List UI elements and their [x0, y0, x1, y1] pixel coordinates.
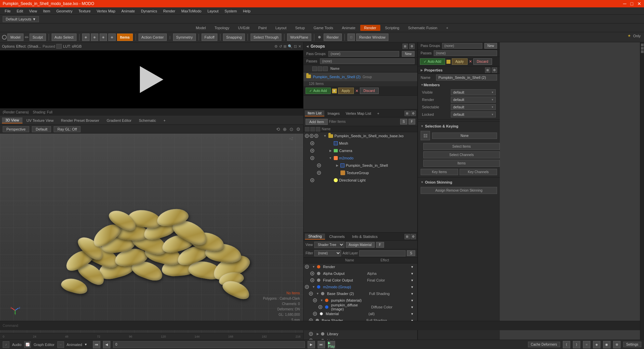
select-items-btn[interactable]: Select Items [423, 143, 500, 150]
tree-row-texture[interactable]: TextureGroup [304, 169, 417, 177]
perspective-btn[interactable]: Perspective [3, 126, 29, 132]
tab-plus[interactable]: + [442, 25, 452, 31]
discard-btn[interactable]: Discard [360, 88, 379, 94]
snapping-btn[interactable]: Snapping [223, 34, 245, 41]
shader-row-render[interactable]: ▼ Render ▾ [304, 263, 417, 270]
layout-selector[interactable]: Default Layouts ▼ [3, 16, 39, 22]
render-btn[interactable]: Render [324, 34, 342, 41]
viewport-tab-plus[interactable]: + [160, 118, 169, 123]
3d-viewport[interactable]: No Items Polygons : Catmull-Clark Channe… [0, 134, 303, 333]
tab-paint[interactable]: Paint [254, 25, 271, 31]
video-canvas[interactable] [0, 50, 303, 108]
name-input[interactable] [436, 74, 497, 81]
shader-row-material[interactable]: Material (all) ▾ [304, 310, 417, 317]
key-items-btn[interactable]: Key Items [421, 169, 458, 175]
render-select[interactable]: default ▾ [451, 97, 496, 103]
passes-value-right[interactable]: (none) [434, 50, 497, 56]
visible-select[interactable]: default ▾ [451, 89, 496, 95]
assign-onion-btn[interactable]: Assign Remove Onion Skinning [421, 187, 497, 194]
menu-file[interactable]: File [2, 8, 13, 14]
images-tab[interactable]: Images [325, 111, 342, 116]
pass-groups-select[interactable]: (none) [328, 51, 399, 57]
next-frame-btn[interactable]: ▶ [308, 341, 315, 348]
props-settings[interactable]: ⚙ [492, 67, 497, 73]
new-pass-group-btn[interactable]: New [402, 51, 415, 57]
animated-dropdown[interactable]: ▾ [85, 342, 90, 347]
close-btn[interactable]: ✕ [637, 1, 641, 6]
tab-render[interactable]: Render [360, 25, 380, 31]
viewport-tab-render-preset[interactable]: Render Preset Browser [58, 118, 103, 123]
menu-edit[interactable]: Edit [14, 8, 26, 14]
menu-texture[interactable]: Texture [76, 8, 93, 14]
select-through-btn[interactable]: Select Through [251, 34, 281, 41]
graph-icon[interactable]: 📈 [24, 341, 31, 348]
passes-select[interactable]: (none) [320, 58, 415, 64]
symmetry-btn[interactable]: Symmetry [173, 34, 196, 41]
add-item-btn[interactable]: Add Item [306, 119, 328, 125]
channels-tab[interactable]: Channels [326, 234, 348, 239]
select-channels-btn[interactable]: Select Channels [423, 151, 500, 158]
filter-s-btn[interactable]: S [400, 119, 407, 124]
items-sel-btn[interactable]: Items [423, 160, 500, 167]
tab-setup[interactable]: Setup [291, 25, 309, 31]
vtab-1[interactable] [641, 44, 644, 46]
items-btn[interactable]: Items [117, 34, 133, 41]
locked-select[interactable]: default ▾ [451, 111, 496, 117]
menu-vertexmap[interactable]: Vertex Map [94, 8, 118, 14]
transport-icon-1[interactable]: ⟨ [563, 341, 570, 348]
go-end-btn[interactable]: ⏭ [318, 341, 325, 348]
graph-editor-label[interactable]: Graph Editor [34, 343, 54, 347]
viewport-tab-schematic[interactable]: Schematic [136, 118, 159, 123]
shader-row-alpha[interactable]: Alpha Output Alpha ▾ [304, 270, 417, 277]
minimize-btn[interactable]: ─ [623, 1, 627, 6]
tab-schematic[interactable]: Schematic Fusion [404, 25, 441, 31]
viewport-tab-gradient[interactable]: Gradient Editor [103, 118, 135, 123]
zoom-icon2[interactable]: ⊕ [283, 127, 287, 132]
tree-row-m2modo[interactable]: ▼ m2modo [304, 154, 417, 162]
shading-expand[interactable]: ⊞ [405, 234, 410, 239]
none-btn[interactable]: None [432, 133, 497, 139]
cache-deformers-btn[interactable]: Cache Deformers [528, 342, 560, 347]
transport-icon-5[interactable]: ◉ [603, 341, 610, 348]
settings-btn[interactable]: Settings [623, 342, 641, 347]
tree-row-root[interactable]: ▼ Pumpkin_Seeds_in_Shell_modo_base.lxo [304, 132, 417, 140]
tab-uvedit[interactable]: UVEdit [234, 25, 254, 31]
audio-icon[interactable]: ♪ [3, 341, 9, 348]
menu-dynamics[interactable]: Dynamics [138, 8, 160, 14]
tab-layout[interactable]: Layout [271, 25, 290, 31]
menu-view[interactable]: View [26, 8, 40, 14]
auto-add-btn-right[interactable]: ✓ Auto Add [420, 58, 445, 65]
default-btn[interactable]: Default [32, 126, 51, 132]
lock-icon[interactable] [323, 66, 328, 71]
shield-icon-3[interactable]: ◈ [100, 34, 107, 41]
vis-icon[interactable] [312, 66, 317, 71]
tree-row-pumpkin[interactable]: ▶ Pumpkin_Seeds_in_Shell [304, 162, 417, 169]
close-icon[interactable]: ✕ [298, 44, 301, 49]
item-list-settings[interactable]: ⚙ [411, 111, 416, 116]
tab-scripting[interactable]: Scripting [381, 25, 404, 31]
menu-maxtomodo[interactable]: MaxToModo [179, 8, 204, 14]
item-list-expand[interactable]: ⊞ [405, 111, 410, 116]
action-center-btn[interactable]: Action Center [139, 34, 167, 41]
menu-render[interactable]: Render [160, 8, 178, 14]
shader-row-nodes[interactable]: ▶ Nodes [304, 337, 417, 340]
model-btn[interactable]: Model [7, 34, 23, 41]
tree-row-camera[interactable]: ▶ Camera [304, 147, 417, 154]
options-label[interactable]: Options [2, 44, 15, 48]
workplane-btn[interactable]: WorkPlane [287, 34, 311, 41]
auto-select-btn[interactable]: Auto Select [52, 34, 76, 41]
grid-icon[interactable]: ⊞ [283, 44, 286, 49]
maximize-btn[interactable]: □ [631, 1, 633, 6]
selectable-select[interactable]: default ▾ [451, 104, 496, 110]
animated-icon[interactable]: ⏤ [57, 341, 64, 348]
menu-animate[interactable]: Animate [119, 8, 138, 14]
apply-btn[interactable]: Apply [338, 88, 354, 94]
vertex-map-tab[interactable]: Vertex Map List [343, 111, 374, 116]
animated-label[interactable]: Animated [67, 343, 82, 347]
tree-row-mesh[interactable]: Mesh [304, 140, 417, 147]
zoom-icon[interactable]: 🔍 [288, 44, 292, 49]
settings-icon[interactable]: ⚙ [296, 127, 301, 132]
props-expand[interactable]: ⊞ [485, 67, 490, 73]
pass-groups-value-right[interactable]: (none) [442, 43, 482, 49]
shading-settings[interactable]: ⚙ [411, 234, 416, 239]
